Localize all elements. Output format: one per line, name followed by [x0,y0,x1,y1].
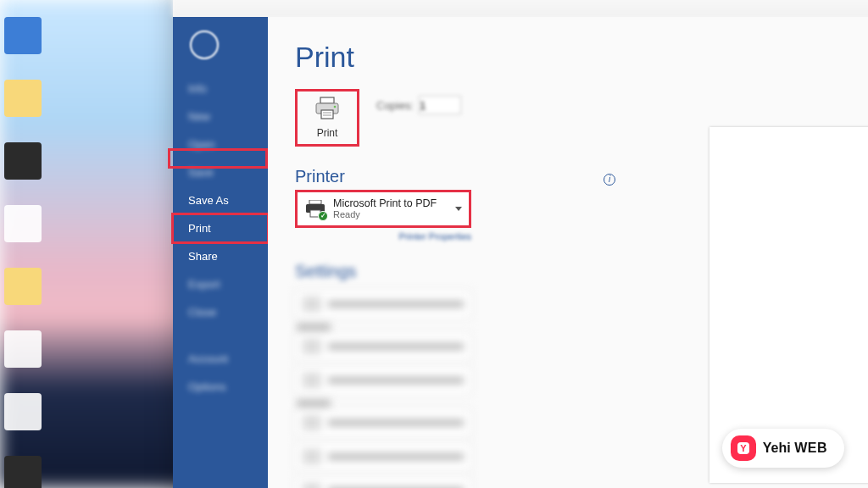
info-icon[interactable]: i [604,174,615,186]
sidebar-item-export[interactable]: Export [173,270,268,298]
sidebar-item-share[interactable]: Share [173,242,268,270]
watermark-text-b: WEB [794,441,827,455]
sidebar-item-account[interactable]: Account [173,345,268,373]
desktop-icon [4,205,42,242]
sidebar-item-save-as[interactable]: Save As [173,186,268,214]
backstage-content: Print Print Copies: [268,17,868,488]
sidebar-item-save[interactable]: Save [173,158,268,186]
printer-icon [314,97,341,124]
settings-option[interactable] [295,366,471,395]
printer-section-title: Printer [295,167,345,186]
printer-status: Ready [333,209,437,220]
svg-rect-0 [320,97,334,103]
desktop-icon [4,393,42,430]
desktop-icon [4,456,42,488]
window-titlebar [173,0,868,17]
sidebar-item-open[interactable]: Open [173,130,268,158]
backstage-sidebar: Info New Open Save Save As Print Share E… [173,17,268,488]
sidebar-item-options[interactable]: Options [173,373,268,401]
settings-option[interactable] [295,332,471,361]
sidebar-item-info[interactable]: Info [173,75,268,103]
page-title: Print [295,41,868,74]
back-icon[interactable] [190,30,219,59]
print-button[interactable]: Print [295,89,359,147]
watermark-logo: Y [731,435,756,461]
desktop-icon [4,268,42,305]
copies-area: Copies: [376,96,461,114]
desktop-icon [4,80,42,117]
svg-rect-6 [309,200,321,204]
svg-rect-3 [321,110,333,119]
watermark-badge: Y Yehi WEB [722,429,844,468]
watermark-text-a: Yehi [763,441,791,455]
desktop-icon [4,142,42,180]
print-button-label: Print [317,127,338,139]
settings-option[interactable] [295,408,471,437]
word-window: Info New Open Save Save As Print Share E… [173,0,868,488]
sidebar-item-print[interactable]: Print [173,214,268,242]
copies-label: Copies: [376,99,414,112]
printer-device-icon: ✓ [304,200,326,219]
sidebar-item-close[interactable]: Close [173,298,268,326]
status-check-icon: ✓ [318,211,328,221]
printer-name: Microsoft Print to PDF [333,197,437,209]
desktop-icon [4,17,42,54]
settings-option[interactable] [295,442,471,471]
settings-option[interactable] [295,476,471,488]
printer-select[interactable]: ✓ Microsoft Print to PDF Ready [295,190,471,228]
sidebar-item-new[interactable]: New [173,103,268,130]
printer-properties-link[interactable]: Printer Properties [295,231,471,241]
desktop-icons [4,17,42,488]
desktop-icon [4,330,42,368]
svg-point-2 [334,106,337,108]
chevron-down-icon [455,207,462,211]
copies-input[interactable] [419,96,461,114]
settings-option[interactable] [295,290,471,319]
